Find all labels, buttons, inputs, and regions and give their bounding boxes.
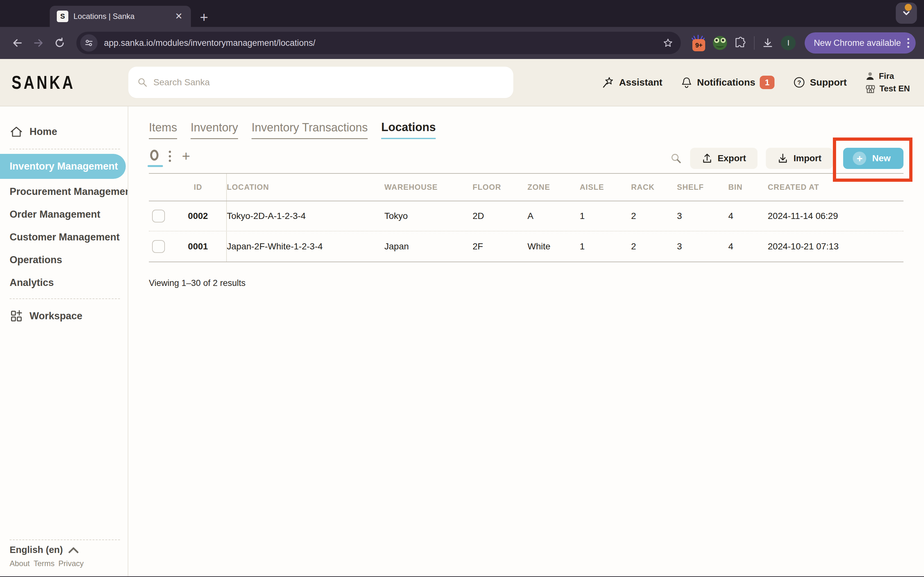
privacy-link[interactable]: Privacy [58,559,84,568]
view-tab-circle[interactable] [149,150,160,167]
bookmark-star-icon[interactable] [659,34,677,52]
cell-id[interactable]: 0001 [173,231,227,261]
back-button[interactable] [8,34,26,52]
browser-tab[interactable]: S Locations | Sanka ✕ [50,6,191,27]
sidebar-item-customer-management[interactable]: Customer Management [0,226,128,248]
col-warehouse: WAREHOUSE [384,183,473,192]
tab-favicon: S [57,11,68,22]
about-link[interactable]: About [10,559,30,568]
sidebar-item-procurement-management[interactable]: Procurement Management [0,180,128,203]
cell-created-at: 2024-10-21 07:13 [768,242,903,251]
sidebar: Home Inventory Management Procurement Ma… [0,106,128,576]
extension-badge-icon[interactable]: 9+ [692,35,706,51]
bell-icon [681,76,692,89]
downloads-icon[interactable] [762,37,774,49]
person-icon [865,71,875,81]
sidebar-item-workspace[interactable]: Workspace [0,303,128,329]
circle-view-icon [150,150,158,161]
browser-profile-avatar[interactable]: I [781,35,796,50]
row-checkbox[interactable] [152,240,165,253]
new-tab-button[interactable]: + [200,10,208,27]
extensions-area: 9+ I [692,35,796,51]
url-bar[interactable]: app.sanka.io/modules/inventorymanagement… [76,32,681,54]
plus-icon: + [853,152,866,165]
tab-locations[interactable]: Locations [381,121,436,139]
table-search-icon[interactable] [670,153,682,164]
storefront-icon [865,84,876,94]
cell-aisle: 1 [580,211,631,221]
frog-extension-icon[interactable] [713,36,727,50]
tab-search-button[interactable] [896,3,917,24]
browser-menu-icon[interactable] [906,37,911,49]
user-name: Fira [879,71,894,81]
workspace-grid-icon [10,309,23,323]
url-text[interactable]: app.sanka.io/modules/inventorymanagement… [104,38,659,48]
view-options-kebab-icon[interactable] [167,149,173,164]
terms-link[interactable]: Terms [34,559,55,568]
export-button[interactable]: Export [690,148,758,169]
table-header-row: ID LOCATION WAREHOUSE FLOOR ZONE AISLE R… [149,174,903,201]
tab-close-icon[interactable]: ✕ [174,11,184,22]
cell-warehouse: Tokyo [384,211,473,221]
tab-title: Locations | Sanka [73,12,169,21]
sidebar-item-analytics[interactable]: Analytics [0,271,128,294]
cell-floor: 2F [473,242,527,251]
cell-location[interactable]: Tokyo-2D-A-1-2-3-4 [227,211,384,221]
row-checkbox[interactable] [152,210,165,222]
import-button[interactable]: Import [766,148,833,169]
search-icon [137,77,148,87]
browser-toolbar: app.sanka.io/modules/inventorymanagement… [0,27,924,59]
cell-warehouse: Japan [384,242,473,251]
notification-count-badge[interactable]: 1 [760,76,774,89]
sidebar-divider [10,298,120,299]
support-button[interactable]: ? Support [793,76,846,89]
col-rack: RACK [631,183,677,192]
assistant-button[interactable]: Assistant [602,76,662,89]
cell-id[interactable]: 0002 [173,201,227,231]
chrome-update-button[interactable]: New Chrome available [804,32,916,53]
col-floor: FLOOR [473,183,527,192]
cell-rack: 2 [631,211,677,221]
cell-zone: A [527,211,580,221]
question-circle-icon: ? [793,76,805,89]
cell-aisle: 1 [580,242,631,251]
reload-button[interactable] [51,34,69,52]
sidebar-divider [10,149,120,149]
col-bin: BIN [728,183,768,192]
sidebar-item-inventory-management[interactable]: Inventory Management [0,154,126,179]
puzzle-extensions-icon[interactable] [734,37,747,49]
col-shelf: SHELF [677,183,728,192]
tab-inventory[interactable]: Inventory [191,121,238,139]
cell-location[interactable]: Japan-2F-White-1-2-3-4 [227,242,384,251]
notifications-button[interactable]: Notifications 1 [681,76,774,89]
tab-inventory-transactions[interactable]: Inventory Transactions [252,121,368,139]
cell-shelf: 3 [677,242,728,251]
search-input[interactable] [153,77,504,87]
add-view-button[interactable]: + [182,149,190,163]
main-content: Items Inventory Inventory Transactions L… [128,106,924,576]
sidebar-item-operations[interactable]: Operations [0,248,128,271]
locations-table: ID LOCATION WAREHOUSE FLOOR ZONE AISLE R… [149,173,903,262]
module-tabs: Items Inventory Inventory Transactions L… [149,121,903,139]
cell-bin: 4 [728,211,768,221]
user-menu[interactable]: Fira Test EN [865,71,910,94]
sidebar-item-home[interactable]: Home [0,119,128,144]
col-location: LOCATION [227,183,384,192]
site-settings-icon[interactable] [80,34,97,52]
tab-items[interactable]: Items [149,121,177,139]
sidebar-item-order-management[interactable]: Order Management [0,203,128,226]
browser-tabstrip: S Locations | Sanka ✕ + [0,0,924,27]
new-button[interactable]: + New [843,148,903,169]
forward-button[interactable] [29,34,47,52]
language-selector[interactable]: English (en) [0,545,128,555]
chevron-up-icon [68,546,79,554]
cell-zone: White [527,242,580,251]
table-row[interactable]: 0001 Japan-2F-White-1-2-3-4 Japan 2F Whi… [149,231,903,261]
toolbar-divider [754,36,754,50]
app-header: SANKA Assistant Notifications 1 ? [0,59,924,106]
home-icon [10,125,23,138]
sanka-logo: SANKA [11,71,75,93]
table-row[interactable]: 0002 Tokyo-2D-A-1-2-3-4 Tokyo 2D A 1 2 3… [149,201,903,231]
cell-bin: 4 [728,242,768,251]
global-search[interactable] [128,67,513,98]
